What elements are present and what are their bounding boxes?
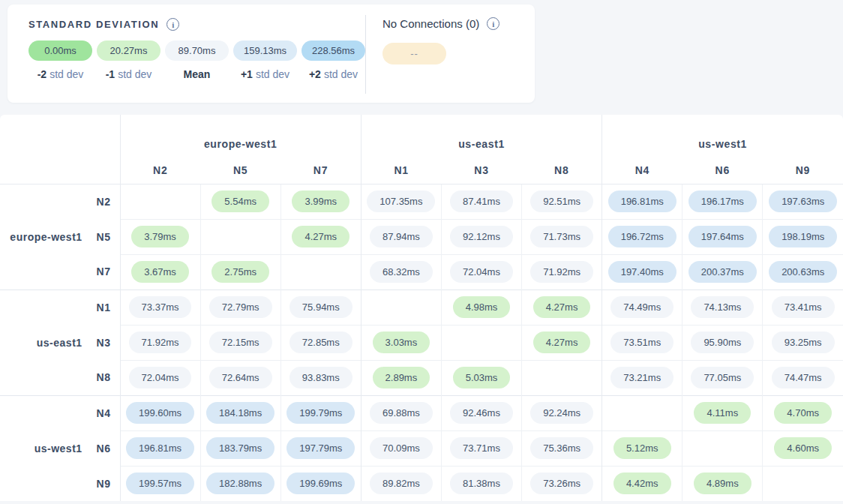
- latency-pill[interactable]: 71.92ms: [129, 332, 192, 353]
- legend-label: Mean: [184, 68, 211, 80]
- latency-pill[interactable]: 4.11ms: [694, 402, 751, 424]
- latency-pill[interactable]: 197.79ms: [286, 437, 355, 459]
- latency-pill[interactable]: 4.98ms: [453, 296, 511, 318]
- latency-pill[interactable]: 5.54ms: [212, 190, 269, 212]
- latency-cell: 197.40ms: [602, 254, 682, 290]
- row-label-cell: us-east1N3: [0, 325, 120, 360]
- row-node-label: N4: [97, 407, 111, 419]
- latency-pill[interactable]: 72.04ms: [129, 367, 192, 388]
- latency-pill[interactable]: 184.18ms: [206, 402, 274, 424]
- latency-cell: [763, 466, 843, 501]
- latency-pill[interactable]: 72.85ms: [290, 332, 352, 353]
- latency-pill[interactable]: 92.46ms: [450, 402, 513, 424]
- info-icon[interactable]: [166, 18, 179, 31]
- latency-pill[interactable]: 182.88ms: [206, 472, 274, 494]
- latency-pill[interactable]: 75.36ms: [530, 437, 593, 459]
- latency-pill[interactable]: 73.37ms: [129, 296, 192, 318]
- latency-pill[interactable]: 68.32ms: [370, 261, 433, 283]
- latency-pill[interactable]: 71.73ms: [530, 226, 593, 248]
- latency-pill[interactable]: 197.64ms: [688, 226, 757, 248]
- latency-pill[interactable]: 3.79ms: [131, 226, 189, 248]
- region-column-header: us-east1: [361, 115, 602, 157]
- latency-pill[interactable]: 4.27ms: [533, 296, 591, 318]
- latency-cell: 4.27ms: [522, 325, 602, 360]
- latency-pill[interactable]: 183.79ms: [206, 437, 274, 459]
- latency-pill[interactable]: 73.71ms: [450, 437, 513, 459]
- latency-pill[interactable]: 74.49ms: [610, 296, 674, 318]
- latency-pill[interactable]: 4.42ms: [614, 472, 671, 494]
- latency-pill[interactable]: 89.82ms: [370, 472, 433, 494]
- latency-pill[interactable]: 4.60ms: [774, 437, 832, 459]
- node-column-header: N6: [682, 157, 763, 184]
- latency-pill[interactable]: 196.81ms: [126, 437, 194, 459]
- latency-pill[interactable]: 74.47ms: [772, 367, 835, 388]
- node-column-header: N2: [120, 157, 200, 184]
- latency-cell: 200.63ms: [763, 254, 843, 290]
- latency-cell: 71.92ms: [522, 254, 602, 290]
- latency-pill[interactable]: 196.72ms: [608, 226, 676, 248]
- latency-pill[interactable]: 2.89ms: [373, 367, 430, 388]
- latency-pill[interactable]: 93.83ms: [290, 367, 352, 388]
- legend-label-bold: Mean: [184, 68, 211, 80]
- latency-pill[interactable]: 3.03ms: [373, 332, 430, 353]
- latency-pill[interactable]: 73.26ms: [530, 472, 593, 494]
- latency-pill[interactable]: 196.17ms: [688, 190, 757, 212]
- latency-pill[interactable]: 75.94ms: [290, 296, 352, 318]
- latency-pill[interactable]: 92.12ms: [450, 226, 513, 248]
- latency-cell: 4.27ms: [522, 290, 602, 325]
- latency-pill[interactable]: 72.64ms: [209, 367, 272, 388]
- latency-pill[interactable]: 95.90ms: [691, 332, 754, 353]
- latency-pill[interactable]: 4.89ms: [694, 472, 752, 494]
- latency-cell: 87.41ms: [441, 184, 521, 219]
- latency-pill[interactable]: 77.05ms: [691, 367, 754, 388]
- latency-pill[interactable]: 197.40ms: [608, 261, 676, 283]
- matrix-row: N173.37ms72.79ms75.94ms4.98ms4.27ms74.49…: [0, 290, 843, 325]
- latency-pill[interactable]: 72.04ms: [450, 261, 513, 283]
- latency-pill[interactable]: 70.09ms: [370, 437, 433, 459]
- latency-cell: 196.81ms: [602, 184, 682, 219]
- latency-pill[interactable]: 199.60ms: [126, 402, 194, 424]
- latency-pill[interactable]: 4.27ms: [292, 226, 350, 248]
- latency-pill[interactable]: 71.92ms: [530, 261, 593, 283]
- latency-pill[interactable]: 107.35ms: [367, 190, 435, 212]
- info-icon[interactable]: [487, 17, 500, 30]
- std-deviation-section: STANDARD DEVIATION 0.00ms-2std dev20.27m…: [8, 4, 365, 103]
- latency-pill[interactable]: 73.51ms: [610, 332, 674, 353]
- latency-pill[interactable]: 199.79ms: [286, 402, 355, 424]
- latency-pill[interactable]: 200.37ms: [688, 261, 757, 283]
- latency-pill[interactable]: 92.51ms: [530, 190, 593, 212]
- row-node-label: N5: [97, 231, 111, 243]
- latency-pill[interactable]: 4.27ms: [533, 332, 591, 353]
- latency-pill[interactable]: 74.13ms: [691, 296, 754, 318]
- latency-cell: 4.27ms: [280, 219, 361, 254]
- latency-pill[interactable]: 5.12ms: [614, 437, 671, 459]
- latency-cell: 72.04ms: [441, 254, 521, 290]
- latency-pill[interactable]: 3.99ms: [292, 190, 350, 212]
- latency-pill[interactable]: 72.15ms: [209, 332, 272, 353]
- latency-pill[interactable]: 73.41ms: [772, 296, 835, 318]
- latency-pill[interactable]: 93.25ms: [772, 332, 835, 353]
- no-connections-section: No Connections (0) --: [366, 4, 500, 103]
- latency-cell: 199.79ms: [280, 395, 361, 430]
- row-node-label: N1: [97, 302, 111, 314]
- latency-pill[interactable]: 199.69ms: [286, 472, 355, 494]
- latency-pill[interactable]: 73.21ms: [610, 367, 674, 388]
- latency-pill[interactable]: 199.57ms: [126, 472, 194, 494]
- latency-pill[interactable]: 72.79ms: [209, 296, 272, 318]
- latency-pill[interactable]: 197.63ms: [769, 190, 837, 212]
- latency-pill[interactable]: 200.63ms: [769, 261, 837, 283]
- latency-pill[interactable]: 3.67ms: [131, 261, 189, 283]
- latency-pill[interactable]: 4.70ms: [774, 402, 832, 424]
- matrix-header: europe-west1us-east1us-west1N2N5N7N1N3N8…: [0, 115, 843, 184]
- latency-pill[interactable]: 87.41ms: [450, 190, 513, 212]
- latency-pill[interactable]: 87.94ms: [370, 226, 433, 248]
- latency-pill[interactable]: 92.24ms: [530, 402, 593, 424]
- latency-pill[interactable]: 2.75ms: [212, 261, 269, 283]
- latency-pill[interactable]: 81.38ms: [450, 472, 513, 494]
- latency-pill[interactable]: 5.03ms: [453, 367, 511, 388]
- std-deviation-title: STANDARD DEVIATION: [28, 19, 159, 30]
- latency-pill[interactable]: 69.88ms: [370, 402, 433, 424]
- latency-pill[interactable]: 196.81ms: [608, 190, 676, 212]
- latency-cell: 72.64ms: [200, 360, 280, 395]
- latency-pill[interactable]: 198.19ms: [769, 226, 837, 248]
